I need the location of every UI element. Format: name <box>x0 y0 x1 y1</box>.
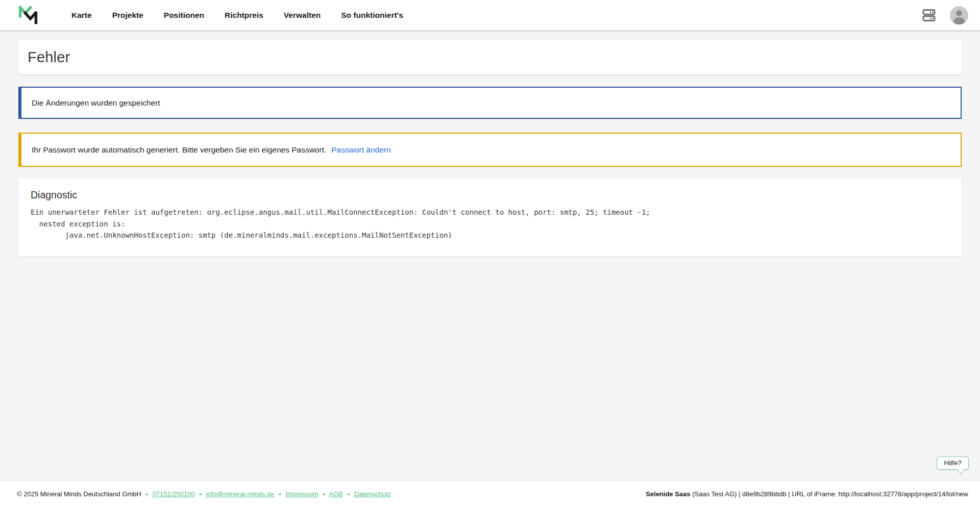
footer-agb-link[interactable]: AGB <box>329 490 343 498</box>
help-button[interactable]: Hilfe? <box>937 457 969 470</box>
footer-email-link[interactable]: info@mineral-minds.de <box>206 490 274 498</box>
footer-impressum-link[interactable]: Impressum <box>285 490 318 498</box>
nav-positionen[interactable]: Positionen <box>164 11 204 20</box>
nav-richtpreis[interactable]: Richtpreis <box>225 11 263 20</box>
footer: © 2025 Mineral Minds Deutschland GmbH • … <box>0 481 980 507</box>
diagnostic-card: Diagnostic Ein unerwarteter Fehler ist a… <box>18 178 962 257</box>
info-alert: Die Änderungen wurden gespeichert <box>18 87 962 119</box>
info-alert-text: Die Änderungen wurden gespeichert <box>32 98 160 108</box>
footer-session-info: Selenide Saas (Saas Test AG) | d8e9b289b… <box>646 490 968 498</box>
footer-copyright: © 2025 Mineral Minds Deutschland GmbH <box>17 490 141 498</box>
server-dns-icon[interactable] <box>921 8 937 22</box>
footer-company-info: © 2025 Mineral Minds Deutschland GmbH • … <box>17 490 391 498</box>
page-title-card: Fehler <box>18 40 962 74</box>
page-title: Fehler <box>28 49 70 66</box>
footer-separator: • <box>145 490 148 498</box>
header-actions <box>921 6 968 24</box>
user-avatar-icon[interactable] <box>950 6 968 24</box>
diagnostic-title: Diagnostic <box>31 189 949 201</box>
help-button-label: Hilfe? <box>944 459 962 467</box>
mineral-minds-logo[interactable] <box>18 5 38 26</box>
footer-session-meta: (Saas Test AG) | d8e9b289bbdb | URL of i… <box>691 490 968 498</box>
footer-tenant-name: Selenide Saas <box>646 490 690 498</box>
warning-alert: Ihr Passwort wurde automatisch generiert… <box>18 133 962 167</box>
footer-datenschutz-link[interactable]: Datenschutz <box>354 490 391 498</box>
logo-mm-icon <box>18 5 38 26</box>
nav-verwalten[interactable]: Verwalten <box>284 11 321 20</box>
footer-separator: • <box>348 490 350 498</box>
diagnostic-stacktrace: Ein unerwarteter Fehler ist aufgetreten:… <box>31 207 949 241</box>
footer-separator: • <box>199 490 202 498</box>
main-content: Fehler Die Änderungen wurden gespeichert… <box>0 40 980 257</box>
footer-phone-link[interactable]: 07151/250100 <box>153 490 195 498</box>
main-nav: Karte Projekte Positionen Richtpreis Ver… <box>71 11 403 20</box>
footer-separator: • <box>323 490 325 498</box>
nav-projekte[interactable]: Projekte <box>112 11 143 20</box>
nav-so-funktionierts[interactable]: So funktioniert's <box>341 11 403 20</box>
warning-alert-text: Ihr Passwort wurde automatisch generiert… <box>32 145 326 155</box>
nav-karte[interactable]: Karte <box>71 11 92 20</box>
change-password-link[interactable]: Passwort ändern <box>331 145 390 155</box>
top-nav-bar: Karte Projekte Positionen Richtpreis Ver… <box>0 0 980 30</box>
footer-separator: • <box>279 490 281 498</box>
